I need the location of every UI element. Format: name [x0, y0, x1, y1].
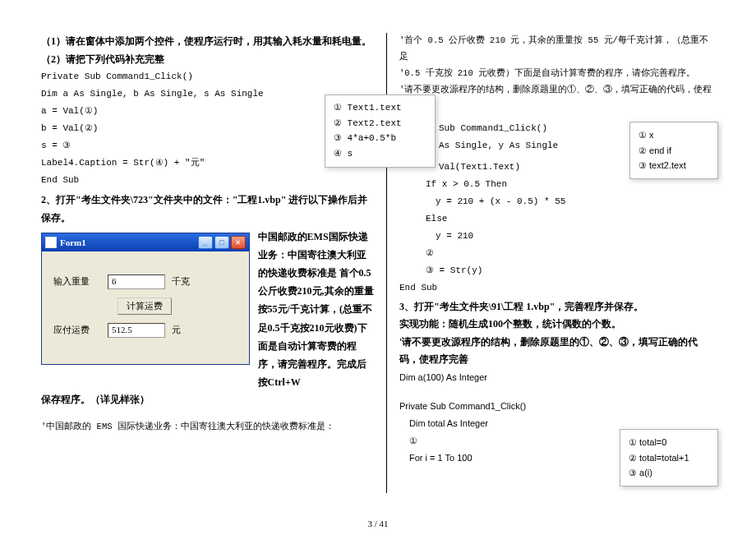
code-line: y = 210	[399, 228, 715, 245]
weight-input[interactable]: 6	[108, 274, 165, 289]
weight-unit: 千克	[172, 275, 190, 288]
code-line: End Sub	[41, 172, 374, 189]
calculate-button[interactable]: 计算运费	[118, 297, 172, 315]
hint-line: ④ s	[334, 146, 426, 162]
fee-row: 应付运费 512.5 元	[53, 323, 237, 338]
hint-line: ① Text1.text	[334, 100, 426, 116]
hint-line: ① total=0	[629, 435, 709, 450]
code-line: Private Sub Command1_Click()	[41, 68, 374, 85]
weight-label: 输入重量	[53, 275, 108, 288]
calc-row: 计算运费	[53, 297, 237, 315]
hint-line: ③ 4*a+0.5*b	[334, 131, 426, 146]
page-number: 3 / 41	[0, 519, 756, 528]
page: （1）请在窗体中添加两个控件，使程序运行时，用其输入耗水量和耗电量。 （2）请把…	[0, 0, 756, 535]
form-body: 输入重量 6 千克 计算运费 应付运费 512.5 元	[42, 251, 249, 364]
close-button[interactable]: ×	[231, 236, 246, 249]
comment-line: '0.5 千克按 210 元收费）下面是自动计算寄费的程序，请你完善程序。	[399, 66, 715, 82]
two-column-layout: （1）请在窗体中添加两个控件，使程序运行时，用其输入耗水量和耗电量。 （2）请把…	[41, 33, 715, 493]
hint-line: ③ text2.text	[638, 158, 709, 173]
code-line: ②	[399, 245, 715, 262]
code-line: ③ = Str(y)	[399, 262, 715, 279]
hint-line: ② total=total+1	[629, 450, 709, 466]
fee-label: 应付运费	[53, 324, 108, 336]
form-and-description: Form1 _ □ × 输入重量 6 千克	[41, 228, 374, 392]
save-instruction: 保存程序。（详见样张）	[41, 391, 374, 409]
answer-box-3: ① total=0 ② total=total+1 ③ a(i)	[620, 429, 718, 487]
fee-output: 512.5	[108, 323, 165, 338]
answer-box-1: ① Text1.text ② Text2.text ③ 4*a+0.5*b ④ …	[325, 95, 436, 168]
question-2: （2）请把下列代码补充完整	[41, 51, 374, 69]
fee-unit: 元	[172, 324, 181, 336]
form-icon	[45, 237, 57, 248]
comment-line: '请不要更改源程序的结构，删除原题里的①、②、③，填写正确的代码，使程序	[399, 82, 715, 115]
ems-description: 中国邮政的EMS国际快递业务：中国寄往澳大利亚的快递收费标准是 首个0.5公斤收…	[258, 228, 374, 392]
question-1: （1）请在窗体中添加两个控件，使程序运行时，用其输入耗水量和耗电量。	[41, 33, 374, 51]
form-title: Form1	[60, 238, 198, 247]
comment-line: '中国邮政的 EMS 国际快递业务：中国寄往澳大利亚的快递收费标准是：	[41, 419, 374, 436]
comment-line: '首个 0.5 公斤收费 210 元，其余的重量按 55 元/每千克计算，（总重…	[399, 33, 715, 66]
right-column: '首个 0.5 公斤收费 210 元，其余的重量按 55 元/每千克计算，（总重…	[386, 33, 715, 493]
hint-line: ② Text2.text	[334, 116, 426, 131]
form1-window: Form1 _ □ × 输入重量 6 千克	[41, 233, 250, 365]
code-line: Dim a(100) As Integer	[399, 369, 715, 386]
code-line: Else	[399, 210, 715, 228]
task-3-note: '请不要更改源程序的结构，删除原题里的①、②、③，填写正确的代码，使程序完善	[399, 334, 715, 369]
hint-line: ① x	[638, 127, 709, 143]
code-line: Private Sub Command1_Click()	[399, 398, 715, 415]
weight-row: 输入重量 6 千克	[53, 274, 237, 289]
task-3: 3、打开"考生文件夹\91\工程 1.vbp"，完善程序并保存。	[399, 298, 715, 316]
code-line: y = 210 + (x - 0.5) * 55	[399, 193, 715, 210]
task-3-function: 实现功能：随机生成100个整数，统计偶数的个数。	[399, 316, 715, 334]
left-column: （1）请在窗体中添加两个控件，使程序运行时，用其输入耗水量和耗电量。 （2）请把…	[41, 33, 386, 493]
hint-line: ② end if	[638, 143, 709, 159]
answer-box-2: ① x ② end if ③ text2.text	[629, 122, 718, 179]
hint-line: ③ a(i)	[629, 465, 709, 481]
task-2: 2、打开"考生文件夹\723"文件夹中的文件："工程1.vbp" 进行以下操作后…	[41, 191, 374, 227]
window-buttons: _ □ ×	[198, 236, 246, 249]
minimize-button[interactable]: _	[198, 236, 213, 249]
code-line: End Sub	[399, 279, 715, 297]
form-titlebar: Form1 _ □ ×	[42, 233, 249, 251]
maximize-button[interactable]: □	[214, 236, 229, 249]
